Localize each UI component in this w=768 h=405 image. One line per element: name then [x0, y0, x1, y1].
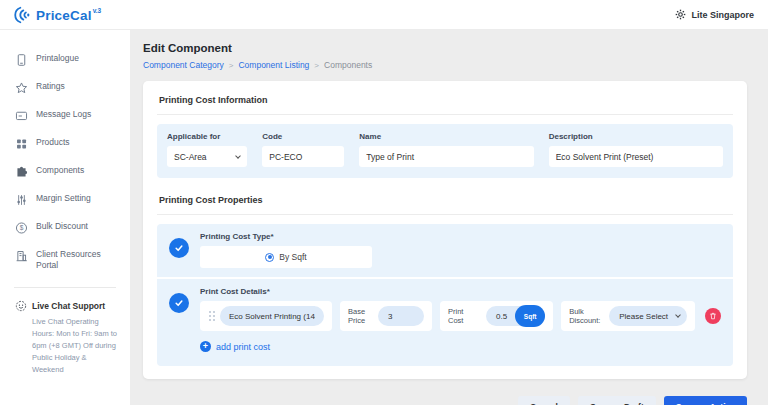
code-label: Code [262, 132, 344, 141]
description-input[interactable] [549, 146, 723, 167]
sliders-icon [15, 193, 28, 207]
printing-cost-type-label: Printing Cost Type* [200, 232, 721, 241]
cost-details-check-toggle[interactable] [169, 293, 189, 313]
app-logo[interactable]: PriceCalv.3 [14, 6, 101, 24]
info-fields-row: Applicable for SC-Area Code Name Descrip… [157, 124, 733, 178]
print-cost-label: Print Cost [448, 307, 480, 325]
chat-smile-icon [15, 300, 27, 312]
bulk-discount-box: Bulk Discount: Please Select [561, 301, 695, 331]
printalogue-icon [15, 53, 28, 67]
top-header: PriceCalv.3 Lite Singapore [0, 0, 768, 30]
sidebar-item-ratings[interactable]: Ratings [0, 74, 130, 102]
chevron-down-icon [675, 312, 681, 318]
sqft-unit-button[interactable]: Sqft [515, 305, 545, 327]
print-cost-detail-item: Base Price 3 Print Cost 0.5 Sqft Bulk Di… [200, 301, 721, 331]
logo-text: PriceCal [36, 8, 92, 23]
sidebar-item-products[interactable]: Products [0, 130, 130, 158]
save-as-draft-button[interactable]: Save as Draft [578, 396, 656, 405]
print-cost-box: Print Cost 0.5 Sqft [440, 301, 553, 331]
logo-version: v.3 [93, 7, 102, 14]
chevron-down-icon [235, 153, 241, 159]
print-name-box [200, 301, 332, 331]
footer-actions: Cancel Save as Draft Save as Active [143, 396, 747, 405]
save-as-active-button[interactable]: Save as Active [664, 396, 747, 405]
building-icon [15, 249, 28, 263]
name-input[interactable] [359, 146, 533, 167]
printing-cost-type-row: Printing Cost Type* By Sqft [157, 224, 733, 277]
by-sqft-radio[interactable] [265, 253, 274, 262]
edit-component-card: Printing Cost Information Applicable for… [143, 81, 747, 379]
message-icon [15, 109, 28, 123]
properties-section-title: Printing Cost Properties [157, 193, 733, 215]
cost-type-check-toggle[interactable] [169, 238, 189, 258]
main-content: Edit Component Component Category > Comp… [130, 30, 768, 405]
sidebar-item-components[interactable]: Components [0, 158, 130, 186]
cost-type-option-box: By Sqft [200, 246, 372, 268]
plus-circle-icon: + [200, 341, 211, 352]
base-price-box: Base Price 3 [340, 301, 432, 331]
support-hours: Live Chat Operating Hours: Mon to Fri: 9… [32, 316, 118, 376]
code-input[interactable] [262, 146, 344, 167]
add-print-cost-link[interactable]: + add print cost [200, 341, 270, 352]
sidebar-item-message-logs[interactable]: Message Logs [0, 102, 130, 130]
gear-icon [675, 9, 686, 20]
grid-icon [15, 137, 28, 151]
sidebar-item-client-resources-portal[interactable]: Client Resources Portal [0, 242, 130, 277]
svg-text:$: $ [20, 224, 24, 231]
sidebar: Printalogue Ratings Message Logs Product… [0, 30, 130, 405]
breadcrumb-component-category[interactable]: Component Category [143, 60, 224, 70]
trash-icon [709, 312, 717, 320]
print-cost-value[interactable]: 0.5 [496, 312, 507, 321]
print-cost-details-row: Print Cost Details* Base Price 3 Print C… [157, 279, 733, 366]
page-title: Edit Component [143, 42, 747, 54]
info-section-title: Printing Cost Information [157, 93, 733, 115]
region-selector[interactable]: Lite Singapore [675, 9, 754, 20]
applicable-for-label: Applicable for [167, 132, 247, 141]
applicable-for-select[interactable]: SC-Area [167, 146, 247, 167]
support-title: Live Chat Support [32, 301, 105, 311]
sidebar-item-printalogue[interactable]: Printalogue [0, 46, 130, 74]
print-name-input[interactable] [220, 306, 324, 326]
drag-handle-icon[interactable] [209, 311, 211, 313]
base-price-value[interactable]: 3 [378, 306, 424, 326]
sidebar-item-bulk-discount[interactable]: $ Bulk Discount [0, 214, 130, 242]
breadcrumb-components: Components [324, 60, 372, 70]
delete-print-cost-button[interactable] [705, 308, 721, 324]
print-cost-value-pill: 0.5 Sqft [486, 306, 545, 326]
logo-soundwave-icon [14, 6, 31, 24]
description-label: Description [549, 132, 723, 141]
cancel-button[interactable]: Cancel [518, 396, 570, 405]
star-icon [15, 81, 28, 95]
sidebar-divider [14, 287, 116, 288]
print-cost-details-label: Print Cost Details* [200, 287, 721, 296]
dollar-circle-icon: $ [15, 221, 28, 235]
live-chat-support[interactable]: Live Chat Support Live Chat Operating Ho… [0, 300, 130, 376]
breadcrumb-separator: > [314, 61, 319, 70]
bulk-discount-select[interactable]: Please Select [609, 306, 687, 326]
by-sqft-label: By Sqft [279, 252, 306, 262]
check-icon [174, 298, 184, 308]
breadcrumb-component-listing[interactable]: Component Listing [238, 60, 309, 70]
name-label: Name [359, 132, 533, 141]
breadcrumb: Component Category > Component Listing >… [143, 60, 747, 70]
bulk-discount-label: Bulk Discount: [569, 307, 603, 325]
base-price-label: Base Price [348, 307, 372, 325]
breadcrumb-separator: > [229, 61, 234, 70]
sidebar-item-margin-setting[interactable]: Margin Setting [0, 186, 130, 214]
region-label: Lite Singapore [691, 10, 754, 20]
puzzle-icon [15, 165, 28, 179]
check-icon [174, 243, 184, 253]
